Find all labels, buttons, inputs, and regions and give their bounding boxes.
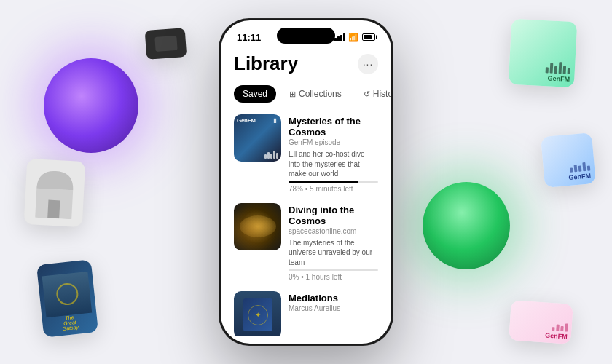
- phone: 11:11 📶 Library: [219, 18, 393, 346]
- item-subtitle-2: spacecastonline.com: [289, 227, 378, 235]
- progress-bar-1: [289, 181, 378, 183]
- wbar: [264, 154, 267, 159]
- tab-collections-label: Collections: [299, 89, 342, 99]
- tab-history-label: History: [373, 89, 391, 99]
- wbar: [273, 151, 275, 159]
- thumb-galaxy-bg: [234, 203, 281, 250]
- progress-fill-1: [289, 181, 358, 183]
- wbar: [267, 152, 270, 159]
- float-card-small-tl: [145, 28, 187, 60]
- bar: [565, 323, 568, 331]
- book-cover: ✦: [243, 298, 272, 331]
- item-description-1: Ell and her co-host dive into the myster…: [289, 149, 378, 179]
- tab-saved[interactable]: Saved: [234, 85, 276, 103]
- list-item-2[interactable]: Diving into the Cosmos spacecastonline.c…: [234, 203, 378, 282]
- float-card-genfm-top-right: GenFM: [509, 19, 578, 88]
- tab-history[interactable]: ↺ History: [355, 85, 391, 103]
- app-content: Library ··· Saved ⊞ Collections ↺: [221, 47, 391, 336]
- pause-indicator: ⏸: [272, 117, 278, 124]
- arch-icon: [31, 166, 78, 219]
- signal-bar-4: [343, 33, 345, 41]
- status-icons: 📶: [334, 33, 375, 42]
- item-info-3: Mediations Marcus Aurelius: [289, 291, 378, 336]
- float-card-genfm-bottom-right: GenFM: [509, 300, 573, 344]
- item-meta-2: 0% • 1 hours left: [289, 273, 378, 281]
- more-dots-icon: ···: [363, 59, 374, 69]
- item-title-2: Diving into the Cosmos: [289, 205, 378, 226]
- book-cover-image: [42, 272, 93, 317]
- thumb-book-bg: ✦: [234, 291, 281, 336]
- bar: [587, 165, 591, 170]
- thumb-cosmos-bg: GenFM ⏸: [234, 114, 281, 162]
- purple-blob: [44, 58, 138, 153]
- history-icon: ↺: [364, 90, 370, 99]
- bar: [556, 324, 560, 331]
- galaxy-overlay: [234, 203, 281, 250]
- battery-fill: [364, 35, 372, 39]
- item-thumbnail-3: ✦: [234, 291, 281, 336]
- svg-rect-1: [47, 200, 60, 219]
- signal-bars: [334, 33, 345, 41]
- bar: [570, 168, 573, 173]
- signal-bar-1: [334, 38, 337, 41]
- bar: [563, 66, 567, 74]
- thumb-waveform: [264, 151, 278, 159]
- phone-inner: 11:11 📶 Library: [221, 20, 391, 344]
- book-title: The Great Gatsby: [61, 314, 79, 331]
- collections-icon: ⊞: [289, 90, 296, 99]
- item-thumbnail-1: GenFM ⏸: [234, 114, 281, 162]
- wifi-icon: 📶: [348, 33, 358, 42]
- app-header: Library ···: [234, 47, 378, 75]
- book-emblem-symbol: ✦: [255, 311, 261, 319]
- signal-bar-2: [337, 36, 340, 41]
- card-waveform-2: [569, 162, 590, 172]
- bar: [560, 326, 563, 331]
- tab-collections[interactable]: ⊞ Collections: [280, 85, 350, 103]
- bar: [582, 162, 586, 171]
- bar: [554, 66, 558, 74]
- item-info-1: Mysteries of the Cosmos GenFM episode El…: [289, 114, 378, 193]
- card-waveform: [546, 61, 571, 74]
- genfm-label-2: GenFM: [568, 172, 591, 181]
- card-inner: [145, 28, 187, 60]
- item-subtitle-3: Marcus Aurelius: [289, 304, 378, 312]
- wbar: [276, 153, 278, 159]
- battery-icon: [362, 33, 375, 41]
- item-title-3: Mediations: [289, 293, 378, 304]
- float-card-book: The Great Gatsby: [36, 259, 98, 337]
- status-time: 11:11: [237, 32, 261, 43]
- float-card-genfm-mid-right: GenFM: [541, 132, 596, 188]
- dynamic-island: [277, 28, 335, 44]
- bar: [559, 62, 562, 74]
- card-content: [154, 36, 177, 52]
- item-description-2: The mysteries of the universe unraveled …: [289, 238, 378, 268]
- list-item-3[interactable]: ✦ Mediations Marcus Aurelius: [234, 291, 378, 336]
- item-info-2: Diving into the Cosmos spacecastonline.c…: [289, 203, 378, 282]
- page-title: Library: [234, 52, 298, 75]
- genfm-thumb-label: GenFM: [237, 117, 256, 124]
- bar: [550, 63, 554, 74]
- item-title-1: Mysteries of the Cosmos: [289, 116, 378, 138]
- bar: [574, 165, 578, 172]
- list-item[interactable]: GenFM ⏸ Mysteries of the: [234, 114, 378, 193]
- item-meta-1: 78% • 5 minutes left: [289, 185, 378, 193]
- genfm-label-3: GenFM: [545, 331, 568, 340]
- tab-saved-label: Saved: [243, 89, 267, 99]
- item-subtitle-1: GenFM episode: [289, 138, 378, 146]
- green-blob: [423, 182, 510, 269]
- wbar: [270, 154, 272, 159]
- bar: [568, 68, 570, 74]
- book-emblem: [55, 282, 79, 306]
- bar: [552, 327, 554, 331]
- item-thumbnail-2: [234, 203, 281, 250]
- float-card-arch: [24, 159, 86, 227]
- progress-bar-2: [289, 269, 378, 271]
- signal-bar-3: [340, 35, 342, 41]
- card-waveform-3: [552, 323, 568, 332]
- tabs-container: Saved ⊞ Collections ↺ History: [234, 85, 378, 103]
- book-emblem: ✦: [248, 305, 268, 325]
- bar: [578, 165, 582, 171]
- bar: [546, 67, 549, 73]
- more-button[interactable]: ···: [358, 54, 378, 74]
- phone-outer: 11:11 📶 Library: [219, 18, 393, 346]
